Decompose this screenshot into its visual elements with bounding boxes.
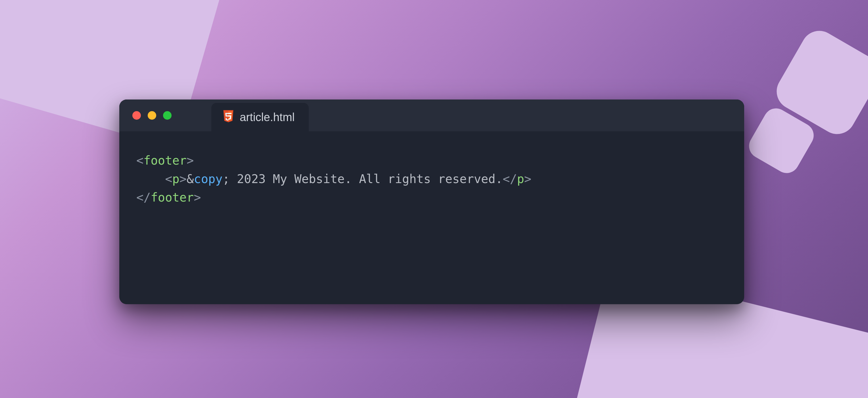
zoom-button[interactable] (163, 111, 172, 120)
entity-name: copy (194, 172, 222, 186)
tab-filename: article.html (240, 111, 294, 124)
bracket: > (187, 153, 194, 167)
title-bar: article.html (119, 100, 744, 131)
file-tab[interactable]: article.html (211, 103, 309, 131)
bracket: > (180, 172, 187, 186)
tag-name: p (517, 172, 524, 186)
close-button[interactable] (132, 111, 141, 120)
tag-name: p (172, 172, 179, 186)
code-line: <footer> (136, 153, 194, 167)
indent (136, 172, 165, 186)
bracket: </ (503, 172, 517, 186)
bracket: < (136, 153, 144, 167)
minimize-button[interactable] (148, 111, 156, 120)
tag-name: footer (151, 191, 194, 204)
code-line: <p>&copy; 2023 My Website. All rights re… (136, 172, 531, 186)
editor-window: article.html <footer> <p>&copy; 2023 My … (119, 100, 744, 304)
entity-amp: & (187, 172, 194, 186)
bracket: < (165, 172, 172, 186)
html5-icon (223, 110, 234, 124)
code-editor[interactable]: <footer> <p>&copy; 2023 My Website. All … (119, 131, 744, 227)
entity-semi: ; (223, 172, 230, 186)
window-controls (119, 100, 183, 131)
code-line: </footer> (136, 191, 201, 204)
bracket: > (524, 172, 531, 186)
code-text: 2023 My Website. All rights reserved. (230, 172, 503, 186)
bracket: > (194, 191, 201, 204)
tag-name: footer (144, 153, 187, 167)
bracket: </ (136, 191, 151, 204)
